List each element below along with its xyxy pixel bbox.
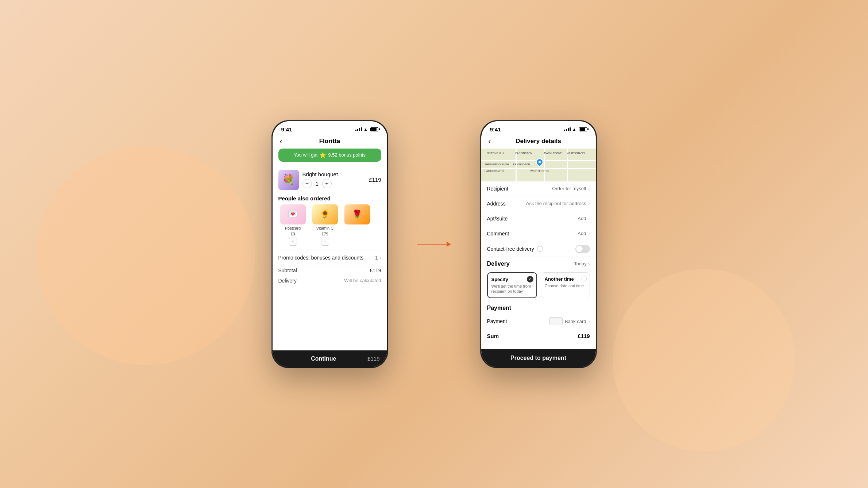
address-value: Ask the recipient for address: [513, 201, 586, 206]
subtotal-value: £119: [370, 268, 381, 273]
postcard-price: £0: [290, 232, 295, 236]
bonus-pre-text: You will get: [294, 152, 317, 158]
phones-container: 9:41 ▲ ‹ Floritta: [271, 120, 597, 368]
another-time-check-icon: [581, 276, 587, 281]
qty-decrease-button[interactable]: −: [302, 179, 312, 188]
map-label-marylebone: MARYLEBONE: [544, 152, 562, 154]
vitaminc-add-button[interactable]: +: [321, 238, 329, 246]
promo-right: 1 ›: [375, 255, 381, 261]
delivery-header: ‹ Delivery details: [481, 135, 596, 149]
contact-free-label: Contact-free delivery: [487, 246, 534, 252]
map-label-westminster: WESTMINSTER: [531, 170, 549, 172]
another-time-card[interactable]: Another time Choose date and time: [541, 272, 590, 299]
wifi-icon: ▲: [364, 127, 368, 131]
arrow-connector: [417, 242, 451, 247]
apt-label: Apt/Suite: [487, 216, 513, 222]
product-name: Bright bouquet: [302, 171, 366, 177]
specify-card[interactable]: ✓ Specify We'll get the time from recipi…: [487, 272, 537, 299]
toggle-knob: [576, 246, 583, 252]
today-container[interactable]: Today ›: [574, 261, 590, 267]
address-label: Address: [487, 201, 513, 207]
card-icon: [549, 317, 563, 325]
vitaminc-name: Vitamin C: [316, 226, 333, 230]
delivery-section-row: Delivery Today ›: [481, 257, 596, 269]
promo-label: Promo codes, bonuses and discounts: [278, 255, 363, 261]
sum-row: Sum £119: [487, 329, 590, 343]
recipient-chevron-icon: ›: [589, 186, 590, 191]
promo-chevron-icon: ›: [379, 255, 381, 261]
product-price: £119: [369, 177, 381, 183]
comment-label: Comment: [487, 231, 513, 237]
address-chevron-icon: ›: [589, 201, 590, 206]
map-pin: [536, 158, 543, 166]
postcard-name: Postcard: [285, 226, 301, 230]
continue-button[interactable]: Continue: [280, 356, 368, 362]
product-row: 💐 Bright bouquet − 1 + £119: [273, 166, 387, 194]
payment-row[interactable]: Payment Bank card ›: [487, 314, 590, 329]
star-icon: ⭐: [320, 152, 326, 158]
address-row[interactable]: Address Ask the recipient for address ›: [481, 196, 596, 211]
cart-title: Floritta: [319, 138, 340, 145]
payment-chevron-icon: ›: [589, 319, 590, 324]
promo-row[interactable]: Promo codes, bonuses and discounts 1 ›: [273, 250, 387, 265]
specify-desc: We'll get the time from recipient on tod…: [491, 284, 533, 294]
status-bar-delivery: 9:41 ▲: [481, 121, 596, 135]
arrow-line: [417, 244, 447, 245]
qty-increase-button[interactable]: +: [322, 179, 332, 188]
battery-icon: [370, 127, 378, 131]
proceed-button[interactable]: Proceed to payment: [481, 349, 596, 367]
promo-count: 1: [375, 255, 378, 261]
recipient-row[interactable]: Recipient Order for myself ›: [481, 181, 596, 196]
also-ordered-list: 💌 Postcard £0 + 🌻 Vitamin C £79 + 🌹: [273, 204, 387, 250]
apt-chevron-icon: ›: [589, 216, 590, 221]
product-info: Bright bouquet − 1 +: [302, 171, 366, 188]
wifi-icon-2: ▲: [572, 127, 576, 131]
another-time-desc: Choose date and time: [545, 283, 586, 288]
qty-control: − 1 +: [302, 179, 366, 188]
addon-postcard[interactable]: 💌 Postcard £0 +: [278, 204, 308, 246]
status-icons-cart: ▲: [355, 127, 378, 131]
status-icons-delivery: ▲: [564, 127, 587, 131]
payment-section-title: Payment: [481, 301, 596, 314]
back-button-cart[interactable]: ‹: [280, 137, 282, 145]
today-label: Today: [574, 261, 587, 266]
specify-check-icon: ✓: [527, 276, 533, 283]
map-label-notting: NOTTING HILL: [487, 152, 504, 154]
comment-value: Add: [513, 231, 586, 236]
payment-section: Payment Bank card › Sum £119: [481, 314, 596, 343]
bonus-banner: You will get ⭐ 9.52 bonus points: [278, 149, 381, 162]
delivery-list: Recipient Order for myself › Address Ask…: [481, 181, 596, 346]
delivery-title: Delivery details: [516, 138, 561, 145]
comment-chevron-icon: ›: [589, 231, 590, 236]
signal-icon: [355, 127, 362, 131]
status-time-delivery: 9:41: [490, 126, 501, 132]
phone-delivery-screen: 9:41 ▲ ‹ Delivery details: [481, 121, 596, 367]
map-label-paddington: PADDINGTON: [516, 152, 532, 154]
delivery-row-cart: Delivery Will be calculated: [273, 276, 387, 286]
contact-free-toggle[interactable]: [575, 245, 590, 253]
continue-bottom-bar[interactable]: Continue £119: [273, 350, 387, 367]
recipient-value: Order for myself: [513, 186, 586, 191]
delivery-time-section: ✓ Specify We'll get the time from recipi…: [481, 269, 596, 301]
recipient-label: Recipient: [487, 186, 513, 192]
status-bar-cart: 9:41 ▲: [273, 121, 387, 135]
info-icon[interactable]: i: [537, 246, 543, 252]
also-ordered-title: People also ordered: [273, 194, 387, 204]
map-road-h2: [481, 168, 596, 169]
apt-row[interactable]: Apt/Suite Add ›: [481, 211, 596, 226]
today-chevron-icon: ›: [588, 261, 590, 267]
postcard-add-button[interactable]: +: [289, 238, 297, 246]
comment-row[interactable]: Comment Add ›: [481, 226, 596, 241]
back-button-delivery[interactable]: ‹: [489, 137, 491, 145]
contact-free-left: Contact-free delivery i: [487, 246, 543, 252]
addon-vitaminc[interactable]: 🌻 Vitamin C £79 +: [310, 204, 340, 246]
cart-header: ‹ Floritta: [273, 135, 387, 149]
payment-label: Payment: [487, 318, 507, 324]
map-label-kensington: KENSINGTON: [513, 163, 530, 166]
map-label-shepherd: SHEPHERD'S BUSH: [485, 163, 509, 166]
qty-value: 1: [316, 181, 319, 187]
map-container: NOTTING HILL PADDINGTON MARYLEBONE WHITE…: [481, 149, 596, 181]
status-time-cart: 9:41: [281, 126, 292, 132]
addon-extra[interactable]: 🌹: [343, 204, 372, 246]
continue-price: £119: [367, 356, 379, 362]
